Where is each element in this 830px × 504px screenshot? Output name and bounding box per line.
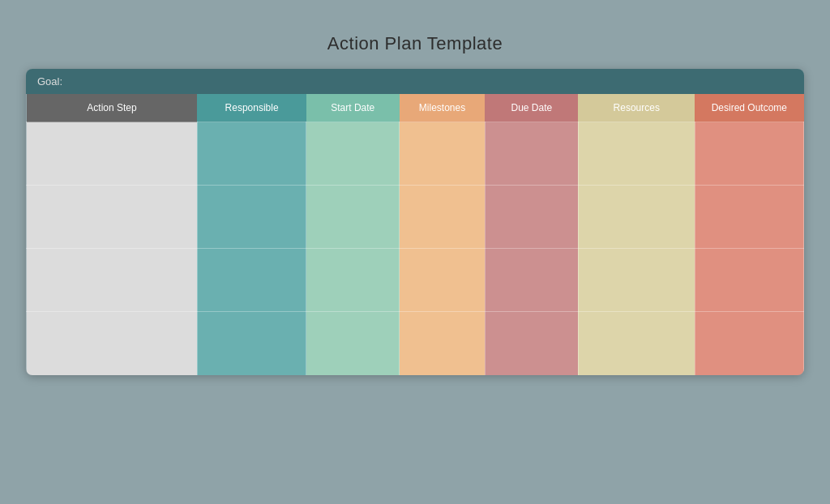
page-title: Action Plan Template [327,33,503,54]
header-action-step: Action Step [27,94,198,122]
table-row[interactable] [27,312,804,375]
header-resources: Resources [578,94,695,122]
cell-responsible[interactable] [197,122,306,186]
cell-resources[interactable] [578,122,695,186]
cell-resources[interactable] [578,186,695,249]
page-wrapper: Action Plan Template Goal: Action StepRe… [26,33,804,471]
cell-action-step[interactable] [27,249,198,312]
cell-milestones[interactable] [400,249,485,312]
cell-desired-outcome[interactable] [695,249,803,312]
header-desired-outcome: Desired Outcome [695,94,803,122]
cell-desired-outcome[interactable] [695,122,803,186]
cell-action-step[interactable] [27,312,198,375]
cell-responsible[interactable] [197,186,306,249]
cell-desired-outcome[interactable] [695,312,803,375]
cell-milestones[interactable] [400,312,485,375]
cell-action-step[interactable] [27,186,198,249]
header-milestones: Milestones [400,94,485,122]
cell-responsible[interactable] [197,249,306,312]
cell-start-date[interactable] [306,122,400,186]
header-due-date: Due Date [485,94,578,122]
cell-milestones[interactable] [400,122,485,186]
table-row[interactable] [27,186,804,249]
header-responsible: Responsible [197,94,306,122]
table-row[interactable] [27,122,804,186]
cell-due-date[interactable] [485,312,578,375]
goal-label: Goal: [37,75,62,88]
cell-resources[interactable] [578,312,695,375]
table-container: Goal: Action StepResponsibleStart DateMi… [26,69,804,375]
action-plan-table: Action StepResponsibleStart DateMileston… [26,94,804,375]
cell-resources[interactable] [578,249,695,312]
cell-action-step[interactable] [27,122,198,186]
cell-due-date[interactable] [485,186,578,249]
cell-desired-outcome[interactable] [695,186,803,249]
cell-start-date[interactable] [306,312,400,375]
table-row[interactable] [27,249,804,312]
cell-start-date[interactable] [306,186,400,249]
cell-responsible[interactable] [197,312,306,375]
header-start-date: Start Date [306,94,400,122]
cell-due-date[interactable] [485,122,578,186]
header-row: Action StepResponsibleStart DateMileston… [27,94,804,122]
cell-due-date[interactable] [485,249,578,312]
goal-bar: Goal: [26,69,804,94]
cell-start-date[interactable] [306,249,400,312]
cell-milestones[interactable] [400,186,485,249]
